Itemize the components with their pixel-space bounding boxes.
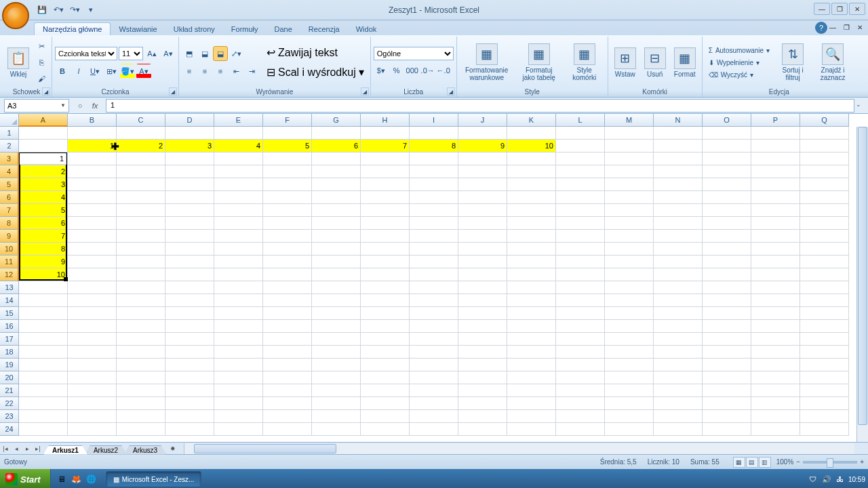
cell-I13[interactable] [410,281,458,294]
cell-N13[interactable] [654,281,703,294]
cell-I1[interactable] [410,127,458,140]
orientation-icon[interactable]: ⤢▾ [229,46,243,61]
cell-K1[interactable] [507,127,556,140]
cell-E23[interactable] [214,410,263,423]
cell-F14[interactable] [263,294,312,307]
cell-D13[interactable] [165,281,214,294]
cell-I18[interactable] [410,346,458,359]
vertical-scroll-thumb[interactable] [858,127,867,425]
cell-E9[interactable] [214,230,263,243]
cell-B2[interactable]: 1 [68,140,117,152]
cell-I12[interactable] [410,268,458,281]
minimize-button[interactable]: — [814,3,830,15]
format-painter-icon[interactable]: 🖌 [34,71,49,86]
cell-E6[interactable] [214,191,263,204]
cell-I23[interactable] [410,410,458,423]
cell-M20[interactable] [605,371,654,384]
zoom-in-icon[interactable]: + [860,458,864,466]
cell-M7[interactable] [605,204,654,217]
cell-O17[interactable] [703,333,751,346]
font-size-combo[interactable]: 11 [119,47,143,60]
increase-font-icon[interactable]: A▴ [144,46,159,61]
cell-B19[interactable] [68,359,117,371]
cell-O2[interactable] [703,140,751,152]
close-button[interactable]: ✕ [849,3,865,15]
font-name-combo[interactable]: Czcionka tekstu [55,47,117,60]
cell-B5[interactable] [68,178,117,191]
cell-B18[interactable] [68,346,117,359]
col-header-K[interactable]: K [507,114,556,127]
cell-E22[interactable] [214,397,263,410]
cell-P1[interactable] [751,127,800,140]
cell-I14[interactable] [410,294,458,307]
cell-L22[interactable] [556,397,605,410]
cell-H3[interactable] [361,152,410,165]
cell-L13[interactable] [556,281,605,294]
row-header-3[interactable]: 3 [0,152,19,165]
italic-button[interactable]: I [71,64,86,79]
cell-I7[interactable] [410,204,458,217]
start-button[interactable]: Start [0,469,51,488]
cell-B3[interactable] [68,152,117,165]
cell-B12[interactable] [68,268,117,281]
qat-customize-icon[interactable]: ▾ [83,3,98,18]
cell-C5[interactable] [117,178,165,191]
cell-Q21[interactable] [800,384,849,397]
cell-M10[interactable] [605,243,654,256]
name-box-dropdown-icon[interactable]: ▼ [60,102,66,108]
col-header-D[interactable]: D [165,114,214,127]
cell-H15[interactable] [361,307,410,320]
cell-N22[interactable] [654,397,703,410]
sheet-tab-Arkusz3[interactable]: Arkusz3 [124,445,166,455]
cell-G19[interactable] [312,359,361,371]
row-header-13[interactable]: 13 [0,281,19,294]
cell-I6[interactable] [410,191,458,204]
cells-area[interactable]: 12345678910123456789101✚ [19,127,868,436]
cell-O4[interactable] [703,165,751,178]
cell-O13[interactable] [703,281,751,294]
cell-P14[interactable] [751,294,800,307]
row-header-11[interactable]: 11 [0,256,19,268]
cell-F10[interactable] [263,243,312,256]
find-select-button[interactable]: 🔍Znajdź i zaznacz [812,41,853,83]
tab-insert[interactable]: Wstawianie [111,23,165,35]
cell-A1[interactable] [19,127,68,140]
underline-button[interactable]: U▾ [87,64,102,79]
row-header-24[interactable]: 24 [0,423,19,436]
cell-L23[interactable] [556,410,605,423]
cell-A17[interactable] [19,333,68,346]
cell-G9[interactable] [312,230,361,243]
cell-N18[interactable] [654,346,703,359]
cell-B6[interactable] [68,191,117,204]
cell-I22[interactable] [410,397,458,410]
paste-button[interactable]: 📋 Wklej [4,45,33,80]
cell-B17[interactable] [68,333,117,346]
tab-page-layout[interactable]: Układ strony [165,23,223,35]
cell-K18[interactable] [507,346,556,359]
cell-L16[interactable] [556,320,605,333]
cell-M23[interactable] [605,410,654,423]
cell-K9[interactable] [507,230,556,243]
cell-G18[interactable] [312,346,361,359]
cell-E15[interactable] [214,307,263,320]
cell-C18[interactable] [117,346,165,359]
cell-O15[interactable] [703,307,751,320]
cell-G10[interactable] [312,243,361,256]
cell-G20[interactable] [312,371,361,384]
cell-K21[interactable] [507,384,556,397]
cell-P11[interactable] [751,256,800,268]
col-header-O[interactable]: O [703,114,751,127]
cell-A7[interactable]: 5 [19,204,68,217]
tab-home[interactable]: Narzędzia główne [34,22,111,35]
cell-G1[interactable] [312,127,361,140]
cell-C6[interactable] [117,191,165,204]
cell-G16[interactable] [312,320,361,333]
cell-E16[interactable] [214,320,263,333]
cell-A16[interactable] [19,320,68,333]
cell-L8[interactable] [556,217,605,230]
cell-P18[interactable] [751,346,800,359]
cell-J3[interactable] [458,152,507,165]
tray-network-icon[interactable]: 🖧 [835,474,846,485]
cell-I5[interactable] [410,178,458,191]
expand-formula-bar-icon[interactable]: ⌄ [856,101,865,110]
